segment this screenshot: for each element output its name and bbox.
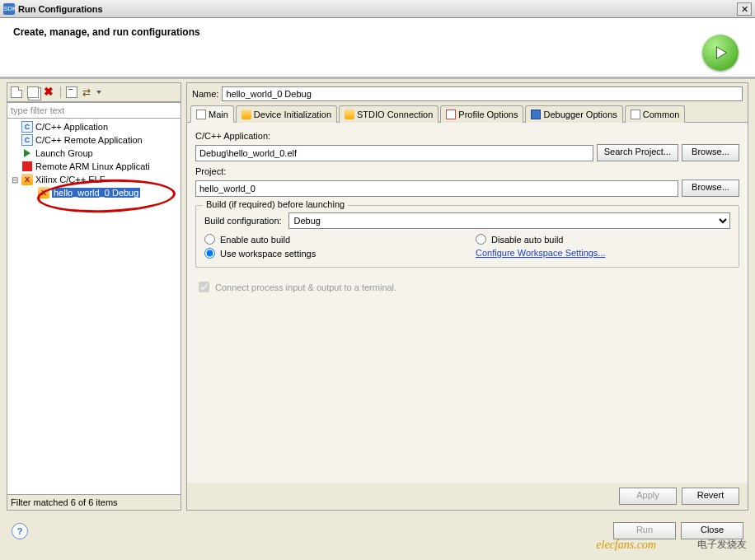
- groupbox-legend: Build (if required) before launching: [203, 199, 348, 209]
- build-config-label: Build configuration:: [204, 216, 282, 226]
- project-label: Project:: [195, 166, 739, 176]
- close-button[interactable]: Close: [681, 522, 743, 539]
- radio-enable-auto[interactable]: Enable auto build: [204, 234, 459, 245]
- filter-icon[interactable]: ⇄: [82, 86, 94, 98]
- svg-marker-0: [716, 47, 726, 59]
- build-groupbox: Build (if required) before launching Bui…: [195, 205, 739, 268]
- connect-terminal-check: [199, 282, 209, 292]
- tab-common[interactable]: Common: [625, 105, 686, 123]
- tab-main-body: C/C++ Application: Search Project... Bro…: [187, 123, 748, 483]
- name-label: Name:: [192, 89, 218, 99]
- close-icon[interactable]: ✕: [737, 2, 752, 16]
- name-input[interactable]: [222, 86, 743, 101]
- revert-button[interactable]: Revert: [682, 488, 739, 505]
- connect-terminal-checkbox: Connect process input & output to a term…: [195, 279, 739, 295]
- browse-app-button[interactable]: Browse...: [682, 144, 739, 161]
- tree-item[interactable]: CC/C++ Remote Application: [7, 133, 181, 147]
- tab-bar: Main Device Initialization STDIO Connect…: [187, 105, 748, 123]
- tab-debugger-options[interactable]: Debugger Options: [525, 105, 622, 123]
- app-label: C/C++ Application:: [195, 131, 739, 141]
- tab-stdio-connection[interactable]: STDIO Connection: [339, 105, 438, 123]
- radio-disable-auto[interactable]: Disable auto build: [476, 234, 730, 245]
- tab-main[interactable]: Main: [190, 105, 234, 123]
- tree-item[interactable]: Remote ARM Linux Applicati: [7, 160, 181, 173]
- separator: [60, 86, 61, 98]
- run-button[interactable]: Run: [613, 522, 676, 539]
- title-bar: SDK Run Configurations ✕: [0, 0, 755, 18]
- apply-button[interactable]: Apply: [619, 488, 677, 505]
- config-toolbar: ✖ ⇄: [7, 82, 181, 102]
- chevron-down-icon[interactable]: [96, 91, 101, 94]
- dialog-footer: ? Run Close: [0, 516, 755, 546]
- filter-input[interactable]: type filter text: [7, 102, 181, 119]
- tab-device-initialization[interactable]: Device Initialization: [236, 105, 337, 123]
- duplicate-config-icon[interactable]: [27, 86, 39, 98]
- new-config-icon[interactable]: [11, 86, 22, 98]
- project-input[interactable]: [195, 180, 678, 197]
- tree-item[interactable]: ⊟XXilinx C/C++ ELF: [7, 173, 181, 186]
- radio-workspace[interactable]: Use workspace settings: [204, 248, 459, 259]
- tab-profile-options[interactable]: Profile Options: [440, 105, 523, 123]
- filter-status: Filter matched 6 of 6 items: [7, 494, 181, 511]
- app-icon: SDK: [3, 3, 15, 15]
- window-title: Run Configurations: [18, 4, 737, 14]
- dialog-header: Create, manage, and run configurations: [0, 18, 755, 79]
- browse-project-button[interactable]: Browse...: [682, 180, 739, 197]
- app-path-input[interactable]: [195, 145, 593, 161]
- tree-item[interactable]: CC/C++ Application: [7, 120, 181, 133]
- config-editor: Name: Main Device Initialization STDIO C…: [186, 82, 748, 511]
- run-badge-icon: [702, 35, 739, 71]
- search-project-button[interactable]: Search Project...: [597, 144, 678, 161]
- apply-revert-row: Apply Revert: [187, 483, 748, 510]
- dialog-heading: Create, manage, and run configurations: [13, 26, 742, 38]
- tree-item[interactable]: Launch Group: [7, 147, 181, 160]
- collapse-all-icon[interactable]: [66, 86, 77, 98]
- configure-workspace-link[interactable]: Configure Workspace Settings...: [476, 248, 730, 259]
- delete-config-icon[interactable]: ✖: [44, 86, 55, 98]
- config-tree[interactable]: CC/C++ Application CC/C++ Remote Applica…: [7, 118, 181, 495]
- build-config-select[interactable]: Debug: [288, 212, 730, 229]
- tree-item-selected[interactable]: Xhello_world_0 Debug: [7, 186, 181, 199]
- left-panel: ✖ ⇄ type filter text CC/C++ Application …: [7, 82, 181, 511]
- help-icon[interactable]: ?: [12, 523, 28, 539]
